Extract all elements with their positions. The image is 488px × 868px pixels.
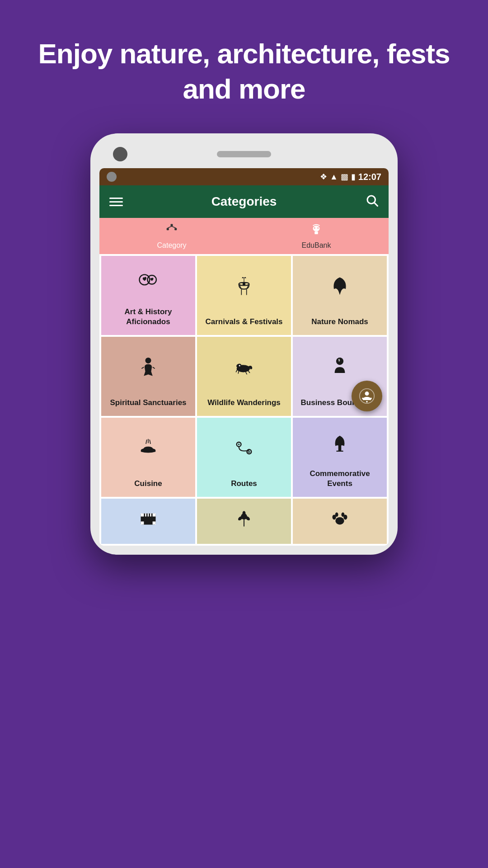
status-right: ❖ ▲ ▩ ▮ 12:07 bbox=[320, 172, 381, 182]
category-film[interactable] bbox=[101, 499, 195, 544]
svg-point-27 bbox=[365, 392, 369, 396]
business-icon: $ bbox=[328, 343, 352, 392]
nature-icon bbox=[328, 262, 352, 311]
svg-point-8 bbox=[314, 227, 315, 228]
category-business[interactable]: $ Business Boulevards bbox=[293, 337, 387, 416]
svg-rect-14 bbox=[246, 289, 247, 295]
commemorative-label: Commemorative Events bbox=[297, 469, 382, 489]
spiritual-icon bbox=[136, 343, 160, 392]
svg-point-9 bbox=[317, 227, 319, 228]
phone-container: ❖ ▲ ▩ ▮ 12:07 Categories bbox=[90, 133, 398, 555]
category-spiritual[interactable]: Spiritual Sanctuaries bbox=[101, 337, 195, 416]
app-bar: Categories bbox=[99, 185, 389, 218]
category-carnivals[interactable]: Carnivals & Festivals bbox=[197, 256, 291, 335]
carnivals-icon bbox=[232, 262, 256, 311]
svg-point-23 bbox=[239, 365, 240, 367]
svg-point-53 bbox=[335, 513, 338, 517]
svg-rect-4 bbox=[174, 228, 177, 230]
category-art-history[interactable]: Art & History Aficionados bbox=[101, 256, 195, 335]
wildlife-label: Wildlife Wanderings bbox=[207, 398, 281, 408]
svg-rect-41 bbox=[150, 514, 151, 517]
art-history-icon bbox=[136, 262, 160, 301]
art-history-label: Art & History Aficionados bbox=[106, 307, 191, 327]
category-cuisine[interactable]: Cuisine bbox=[101, 418, 195, 497]
category-routes[interactable]: B Routes bbox=[197, 418, 291, 497]
svg-point-20 bbox=[145, 358, 151, 363]
svg-point-16 bbox=[243, 283, 246, 286]
svg-rect-40 bbox=[148, 514, 149, 517]
svg-rect-42 bbox=[153, 514, 156, 517]
app-bar-title: Categories bbox=[211, 194, 277, 209]
svg-rect-38 bbox=[141, 514, 144, 517]
nature-label: Nature Nomads bbox=[311, 317, 368, 327]
svg-line-5 bbox=[168, 226, 172, 228]
category-wildlife[interactable]: Wildlife Wanderings bbox=[197, 337, 291, 416]
search-button[interactable] bbox=[365, 193, 379, 210]
svg-point-50 bbox=[335, 517, 344, 525]
vibrate-icon: ❖ bbox=[320, 172, 327, 182]
film-icon bbox=[138, 505, 158, 533]
bottom-row-partial bbox=[99, 499, 389, 546]
category-tab-icon bbox=[165, 223, 178, 240]
svg-line-6 bbox=[172, 226, 176, 228]
hamburger-menu-button[interactable] bbox=[109, 198, 123, 206]
tab-category-label: Category bbox=[157, 241, 187, 250]
cuisine-icon bbox=[136, 424, 160, 472]
routes-label: Routes bbox=[231, 479, 257, 489]
svg-point-31 bbox=[366, 401, 368, 403]
status-bar: ❖ ▲ ▩ ▮ 12:07 bbox=[99, 168, 389, 185]
wifi-icon: ▲ bbox=[330, 172, 338, 182]
svg-rect-39 bbox=[145, 514, 146, 517]
svg-point-29 bbox=[362, 398, 364, 400]
tab-category[interactable]: Category bbox=[99, 218, 244, 254]
category-commemorative[interactable]: Commemorative Events bbox=[293, 418, 387, 497]
svg-line-1 bbox=[375, 203, 378, 206]
phone-screen: ❖ ▲ ▩ ▮ 12:07 Categories bbox=[99, 168, 389, 546]
category-nature[interactable]: Nature Nomads bbox=[293, 256, 387, 335]
paw-icon bbox=[330, 505, 350, 533]
tab-edubank-label: EduBank bbox=[302, 241, 331, 250]
spiritual-label: Spiritual Sanctuaries bbox=[110, 398, 186, 408]
svg-rect-44 bbox=[153, 522, 156, 525]
cuisine-label: Cuisine bbox=[134, 479, 162, 489]
svg-point-54 bbox=[341, 513, 344, 517]
flora-icon bbox=[234, 505, 254, 533]
svg-rect-2 bbox=[171, 224, 173, 226]
battery-icon: ▮ bbox=[351, 172, 356, 182]
phone-notch-bar bbox=[99, 142, 389, 168]
category-flora[interactable] bbox=[197, 499, 291, 544]
svg-point-48 bbox=[243, 511, 246, 516]
wildlife-icon bbox=[232, 343, 256, 392]
svg-point-34 bbox=[238, 444, 239, 445]
phone-camera bbox=[113, 147, 127, 161]
commemorative-icon bbox=[328, 424, 352, 462]
tab-edubank[interactable]: EduBank bbox=[244, 218, 389, 254]
hero-text: Enjoy nature, architecture, fests and mo… bbox=[0, 0, 488, 133]
status-sun-icon bbox=[107, 172, 117, 182]
category-paw[interactable] bbox=[293, 499, 387, 544]
status-time: 12:07 bbox=[358, 172, 381, 182]
routes-icon: B bbox=[232, 424, 256, 472]
svg-rect-13 bbox=[241, 289, 242, 295]
svg-point-7 bbox=[313, 226, 320, 231]
svg-rect-43 bbox=[141, 522, 144, 525]
carnivals-label: Carnivals & Festivals bbox=[205, 317, 282, 327]
fab-button[interactable] bbox=[352, 381, 382, 411]
svg-point-30 bbox=[370, 398, 372, 400]
svg-text:$: $ bbox=[338, 359, 340, 362]
tab-bar: Category EduBank bbox=[99, 218, 389, 254]
edubank-tab-icon bbox=[310, 223, 323, 240]
signal-icon: ▩ bbox=[341, 172, 348, 182]
phone-speaker bbox=[217, 151, 271, 157]
svg-rect-10 bbox=[314, 231, 318, 234]
svg-rect-3 bbox=[167, 228, 169, 230]
categories-grid: Art & History Aficionados bbox=[99, 254, 389, 499]
